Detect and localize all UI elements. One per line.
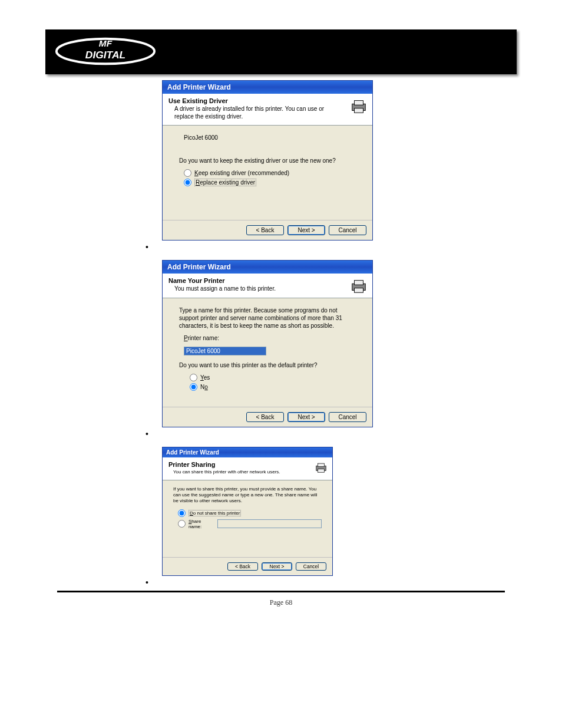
- titlebar: Add Printer Wizard: [163, 447, 332, 457]
- radio-replace-input[interactable]: [184, 179, 191, 186]
- wizard-step-subtitle: You must assign a name to this printer.: [174, 285, 316, 293]
- radio-yes-input[interactable]: [190, 374, 197, 381]
- mf-digital-logo: MFDIGITAL: [54, 34, 157, 68]
- wizard-step-subtitle: You can share this printer with other ne…: [173, 469, 291, 475]
- page-content: Add Printer Wizard Use Existing Driver A…: [45, 80, 517, 607]
- wizard-buttons: < Back Next > Cancel: [163, 557, 332, 575]
- share-name-input[interactable]: [217, 519, 322, 528]
- wizard-body: Type a name for this printer. Because so…: [163, 298, 372, 407]
- back-button[interactable]: < Back: [246, 225, 284, 235]
- titlebar: Add Printer Wizard: [163, 261, 372, 274]
- next-button[interactable]: Next >: [262, 562, 292, 571]
- wizard-step-subtitle: A driver is already installed for this p…: [174, 106, 339, 120]
- next-button[interactable]: Next >: [287, 225, 325, 235]
- wizard-buttons: < Back Next > Cancel: [163, 220, 372, 240]
- svg-text:MF: MF: [99, 38, 113, 48]
- printer-name-label: Printer name:: [184, 334, 356, 342]
- instruction-bullet-3: •Click "Next" to continue, you will see:: [146, 578, 499, 587]
- wizard-step-title: Printer Sharing: [168, 461, 326, 468]
- svg-rect-10: [318, 463, 325, 467]
- printer-model: PicoJet 6000: [184, 134, 356, 141]
- driver-question: Do you want to keep the existing driver …: [179, 157, 356, 164]
- svg-rect-11: [318, 469, 325, 472]
- wizard-step-title: Name Your Printer: [168, 277, 366, 284]
- radio-share-name[interactable]: Share name:: [178, 519, 322, 529]
- wizard-body: PicoJet 6000 Do you want to keep the exi…: [163, 126, 372, 220]
- titlebar: Add Printer Wizard: [163, 81, 372, 94]
- svg-rect-8: [355, 288, 363, 293]
- printer-name-row: [184, 347, 356, 355]
- svg-rect-4: [355, 101, 363, 106]
- back-button[interactable]: < Back: [227, 562, 258, 571]
- radio-keep-input[interactable]: [184, 169, 191, 177]
- default-printer-question: Do you want to use this printer as the d…: [179, 361, 356, 369]
- instruction-bullet-1: •Select "Replace existing driver" then c…: [146, 243, 499, 252]
- radio-do-not-share[interactable]: Do not share this printer: [178, 509, 322, 517]
- printer-icon: [350, 97, 368, 116]
- name-intro: Type a name for this printer. Because so…: [179, 307, 356, 330]
- wizard-use-existing-driver: Add Printer Wizard Use Existing Driver A…: [162, 80, 373, 241]
- svg-rect-7: [355, 281, 363, 285]
- radio-share-input[interactable]: [178, 520, 186, 528]
- wizard-body: If you want to share this printer, you m…: [163, 480, 332, 557]
- radio-replace-driver[interactable]: Replace existing driver: [184, 179, 356, 186]
- wizard-step-title: Use Existing Driver: [168, 97, 366, 104]
- cancel-button[interactable]: Cancel: [329, 412, 366, 422]
- printer-icon: [315, 461, 328, 475]
- cancel-button[interactable]: Cancel: [296, 562, 326, 571]
- radio-default-yes[interactable]: Yes: [190, 374, 356, 381]
- wizard-name-your-printer: Add Printer Wizard Name Your Printer You…: [162, 260, 373, 427]
- radio-default-no[interactable]: No: [190, 383, 356, 391]
- printer-name-input[interactable]: [184, 347, 266, 355]
- wizard-header: Printer Sharing You can share this print…: [163, 457, 332, 480]
- footer-rule: [57, 591, 505, 592]
- svg-rect-5: [355, 108, 363, 113]
- page-header: MFDIGITAL: [45, 29, 517, 74]
- wizard-buttons: < Back Next > Cancel: [163, 407, 372, 427]
- back-button[interactable]: < Back: [246, 412, 284, 422]
- bullet-dot: •: [146, 430, 148, 439]
- radio-noshare-input[interactable]: [178, 509, 186, 517]
- wizard-header: Use Existing Driver A driver is already …: [163, 94, 372, 126]
- sharing-intro: If you want to share this printer, you m…: [173, 486, 322, 505]
- radio-keep-driver[interactable]: Keep existing driver (recommended): [184, 169, 356, 177]
- wizard-header: Name Your Printer You must assign a name…: [163, 274, 372, 298]
- page-number: Page 68: [45, 598, 517, 607]
- svg-text:DIGITAL: DIGITAL: [85, 49, 125, 61]
- bullet-dot: •: [146, 243, 148, 252]
- next-button[interactable]: Next >: [287, 412, 325, 422]
- wizard-printer-sharing: Add Printer Wizard Printer Sharing You c…: [162, 447, 333, 576]
- instruction-bullet-2: •Click "Next" to continue, you will see:: [146, 430, 499, 439]
- bullet-dot: •: [146, 578, 148, 587]
- cancel-button[interactable]: Cancel: [329, 225, 366, 235]
- printer-icon: [350, 277, 368, 296]
- radio-no-input[interactable]: [190, 383, 197, 391]
